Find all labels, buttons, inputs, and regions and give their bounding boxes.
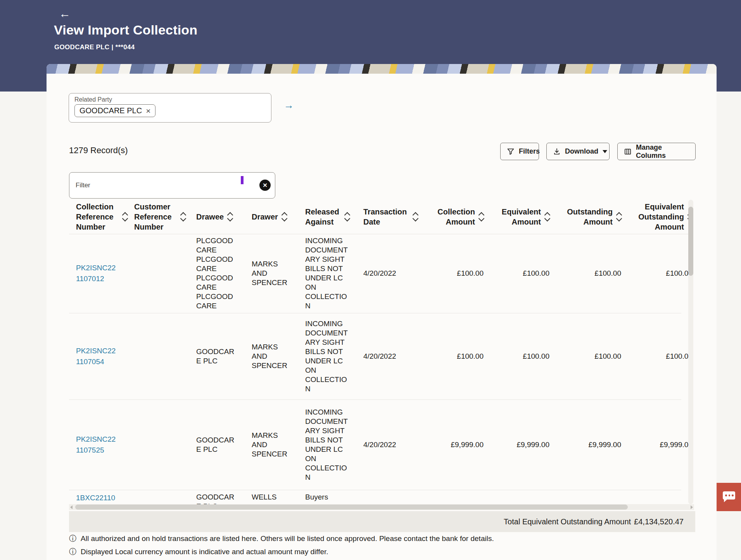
download-icon: [553, 148, 561, 156]
column-header-outstanding-amount[interactable]: Outstanding Amount: [549, 207, 621, 227]
sort-icon[interactable]: [617, 213, 621, 221]
apply-arrow-icon[interactable]: →: [284, 100, 294, 110]
text-cursor: [241, 176, 244, 184]
info-icon: ⓘ: [69, 548, 76, 557]
released-against-cell: Buyers: [305, 493, 363, 502]
page-subtitle: GOODCARE PLC | ***044: [54, 43, 135, 51]
table-summary-bar: Total Equivalent Outstanding Amount £4,1…: [69, 511, 695, 532]
info-note: ⓘ All authorized and on hold transaction…: [69, 534, 494, 543]
equivalent-amount-cell: £100.00: [484, 352, 549, 361]
download-button-label: Download: [565, 147, 598, 156]
info-note-text: Displayed Local currency amount is indic…: [81, 548, 328, 556]
collection-amount-cell: £9,999.00: [421, 440, 484, 449]
collection-ref-link[interactable]: PK2ISNC221107012: [76, 263, 117, 285]
sort-icon[interactable]: [545, 213, 549, 221]
equivalent-amount-cell: £100.00: [484, 269, 549, 278]
drawer-cell: WELLS: [252, 493, 305, 502]
drawee-cell: GOODCARE PLC: [196, 347, 252, 366]
table-row: PK2ISNC221107012 PLCGOODCARE PLCGOODCARE…: [69, 234, 681, 313]
sort-icon[interactable]: [282, 213, 287, 221]
info-icon: ⓘ: [69, 534, 76, 543]
collection-ref-link[interactable]: PK2ISNC221107054: [76, 346, 117, 368]
horizontal-scrollbar-thumb[interactable]: [75, 505, 628, 510]
related-party-field[interactable]: Related Party GOODCARE PLC ×: [69, 93, 271, 123]
sort-icon[interactable]: [479, 213, 484, 221]
drawee-cell: GOODCARE PLC: [196, 493, 252, 504]
column-header-drawer[interactable]: Drawer: [252, 212, 305, 222]
records-count: 1279 Record(s): [69, 145, 128, 156]
equivalent-outstanding-amount-cell: £9,999.00: [621, 440, 688, 449]
quick-filter-field[interactable]: ✕: [69, 172, 275, 199]
table-header-row: Collection Reference Number Customer Ref…: [69, 200, 688, 234]
column-header-equivalent-amount[interactable]: Equivalent Amount: [484, 207, 549, 227]
released-against-cell: INCOMING DOCUMENTARY SIGHT BILLS NOT UND…: [305, 408, 363, 482]
released-against-cell: INCOMING DOCUMENTARY SIGHT BILLS NOT UND…: [305, 319, 363, 394]
column-header-equivalent-outstanding-amount[interactable]: Equivalent Outstanding Amount: [621, 202, 688, 232]
scroll-right-arrow-icon[interactable]: [691, 505, 693, 509]
collection-amount-cell: £100.00: [421, 269, 484, 278]
equivalent-outstanding-amount-cell: £100.00: [621, 352, 688, 361]
sort-icon[interactable]: [123, 213, 127, 221]
sort-icon[interactable]: [345, 213, 349, 221]
column-header-transaction-date[interactable]: Transaction Date: [363, 207, 421, 227]
filters-button-label: Filters: [519, 147, 540, 156]
filters-button[interactable]: Filters: [500, 143, 539, 160]
vertical-scrollbar-thumb[interactable]: [688, 207, 693, 276]
outstanding-amount-cell: £100.00: [549, 352, 621, 361]
chat-widget-button[interactable]: [717, 483, 741, 511]
back-arrow-icon[interactable]: ←: [59, 8, 71, 19]
drawee-cell: PLCGOODCARE PLCGOODCARE PLCGOODCARE PLCG…: [196, 236, 252, 311]
related-party-chip[interactable]: GOODCARE PLC ×: [74, 104, 155, 117]
table-body: PK2ISNC221107012 PLCGOODCARE PLCGOODCARE…: [69, 234, 688, 504]
equivalent-outstanding-amount-cell: £100.00: [621, 269, 688, 278]
manage-columns-icon: [624, 148, 632, 156]
drawee-cell: GOODCARE PLC: [196, 436, 252, 454]
column-header-released-against[interactable]: Released Against: [305, 207, 363, 227]
related-party-label: Related Party: [74, 96, 266, 103]
decorative-banner: [47, 64, 717, 74]
transaction-date-cell: 4/20/2022: [363, 440, 421, 449]
drawer-cell: MARKS AND SPENCER: [252, 431, 305, 459]
clear-filter-icon[interactable]: ✕: [259, 180, 271, 191]
outstanding-amount-cell: £9,999.00: [549, 440, 621, 449]
equivalent-amount-cell: £9,999.00: [484, 440, 549, 449]
scroll-left-arrow-icon[interactable]: [70, 505, 73, 509]
summary-label: Total Equivalent Outstanding Amount: [504, 517, 631, 526]
collection-amount-cell: £100.00: [421, 352, 484, 361]
column-header-collection-reference-number[interactable]: Collection Reference Number: [76, 202, 134, 232]
transaction-date-cell: 4/20/2022: [363, 269, 421, 278]
table-row: PK2ISNC221107054 GOODCARE PLC MARKS AND …: [69, 313, 681, 400]
released-against-cell: INCOMING DOCUMENTARY SIGHT BILLS NOT UND…: [305, 236, 363, 311]
chat-bubble-icon: [723, 491, 735, 500]
sort-icon[interactable]: [181, 213, 185, 221]
summary-value: £4,134,520.47: [634, 517, 684, 526]
transaction-date-cell: 4/20/2022: [363, 352, 421, 361]
info-note-text: All authorized and on hold transactions …: [81, 534, 494, 543]
chip-value: GOODCARE PLC: [79, 106, 142, 115]
download-button[interactable]: Download: [546, 143, 610, 160]
drawer-cell: MARKS AND SPENCER: [252, 259, 305, 287]
column-header-customer-reference-number[interactable]: Customer Reference Number: [134, 202, 196, 232]
outstanding-amount-cell: £100.00: [549, 269, 621, 278]
column-header-collection-amount[interactable]: Collection Amount: [421, 207, 484, 227]
filter-funnel-icon: [507, 148, 515, 156]
collection-ref-link[interactable]: PK2ISNC221107525: [76, 434, 117, 456]
table-row: PK2ISNC221107525 GOODCARE PLC MARKS AND …: [69, 400, 681, 490]
content-card: Related Party GOODCARE PLC × → 1279 Reco…: [47, 64, 717, 560]
manage-columns-button-label: Manage Columns: [636, 143, 689, 160]
column-header-drawee[interactable]: Drawee: [196, 212, 252, 222]
remove-chip-icon[interactable]: ×: [146, 107, 150, 115]
drawer-cell: MARKS AND SPENCER: [252, 342, 305, 370]
page-title: View Import Collection: [54, 22, 197, 38]
table-row: 1BXC221100 GOODCARE PLC WELLS Buyers: [69, 490, 681, 504]
sort-icon[interactable]: [413, 213, 418, 221]
info-note: ⓘ Displayed Local currency amount is ind…: [69, 548, 328, 557]
sort-icon[interactable]: [228, 213, 232, 221]
quick-filter-input[interactable]: [75, 176, 239, 195]
caret-down-icon: [603, 150, 607, 153]
collection-ref-link[interactable]: 1BXC221100: [76, 493, 117, 504]
manage-columns-button[interactable]: Manage Columns: [617, 143, 696, 160]
table-vertical-scrollbar[interactable]: [688, 200, 693, 504]
table-horizontal-scrollbar[interactable]: [69, 504, 694, 510]
